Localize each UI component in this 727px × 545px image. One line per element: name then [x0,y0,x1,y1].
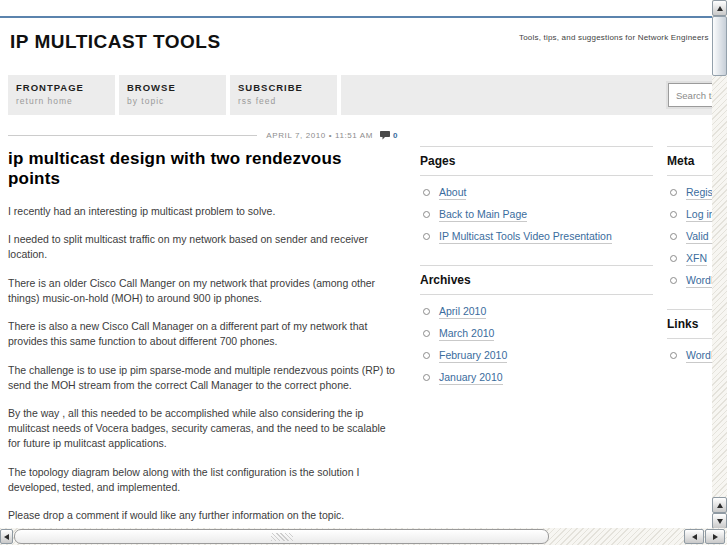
meta-list: Register Log in Valid XHTML XFN WordPres… [667,182,712,292]
archives-list: April 2010 March 2010 February 2010 Janu… [420,301,653,389]
meta-link-valid-xhtml[interactable]: Valid XHTML [686,230,712,244]
vertical-scrollbar-thumb[interactable] [712,16,727,76]
post-article: APRIL 7, 2010 • 11:51 AM 0 ip multicast … [8,130,398,528]
widget-meta: Meta Register Log in Valid XHTML XFN Wor… [667,146,712,292]
nav-sublabel: return home [16,96,115,106]
widget-heading-links: Links [667,309,712,339]
archive-link-february-2010[interactable]: February 2010 [439,349,507,363]
widget-heading-archives: Archives [420,265,653,295]
triangle-up-icon [717,503,723,508]
list-item: WordPress [667,270,712,292]
scroll-down-button[interactable] [712,513,727,529]
bullet-icon [423,374,430,381]
nav-sublabel: by topic [127,96,226,106]
archive-link-january-2010[interactable]: January 2010 [439,371,503,385]
header-accent-rule [0,16,712,18]
browser-viewport: IP MULTICAST TOOLS Tools, tips, and sugg… [0,0,712,528]
triangle-left-icon [4,534,9,540]
post-paragraph: There is an older Cisco Call Manger on m… [8,276,398,306]
list-item: April 2010 [420,301,653,323]
site-title[interactable]: IP MULTICAST TOOLS [10,31,221,53]
nav-item-browse[interactable]: BROWSE by topic [119,75,226,115]
bullet-icon [670,211,677,218]
horizontal-scrollbar[interactable] [0,528,727,545]
list-item: About [420,182,653,204]
bullet-icon [423,211,430,218]
list-item: Valid XHTML [667,226,712,248]
nav-sublabel: rss feed [238,96,337,106]
nav-filler [341,75,712,115]
nav-label: FRONTPAGE [16,82,115,93]
bullet-icon [670,352,677,359]
list-item: IP Multicast Tools Video Presentation [420,226,653,248]
main-nav: FRONTPAGE return home BROWSE by topic SU… [8,75,712,115]
widget-archives: Archives April 2010 March 2010 February … [420,265,653,389]
meta-link-xfn[interactable]: XFN [686,252,707,266]
triangle-down-icon [717,519,723,524]
comment-bubble-icon[interactable] [380,131,390,140]
page-link-video-presentation[interactable]: IP Multicast Tools Video Presentation [439,230,612,244]
widget-links: Links WordPress [667,309,712,367]
page-link-back-to-main[interactable]: Back to Main Page [439,208,527,222]
archive-link-april-2010[interactable]: April 2010 [439,305,486,319]
triangle-right-icon [713,534,718,540]
nav-label: SUBSCRIBE [238,82,337,93]
triangle-left-icon [692,534,697,540]
post-date: APRIL 7, 2010 • 11:51 AM [266,131,373,140]
comment-count[interactable]: 0 [393,131,398,140]
scroll-left-button-right[interactable] [684,529,704,544]
scroll-up-button[interactable] [712,0,727,16]
bullet-icon [423,308,430,315]
post-paragraph: By the way , all this needed to be accom… [8,406,398,452]
bullet-icon [670,189,677,196]
nav-item-subscribe[interactable]: SUBSCRIBE rss feed [230,75,337,115]
thumb-grip-icon [271,533,293,541]
scroll-right-button[interactable] [705,529,725,544]
links-link-wordpress[interactable]: WordPress [686,349,712,363]
bullet-icon [423,189,430,196]
post-paragraph: I recently had an interesting ip multica… [8,204,398,219]
bullet-icon [423,352,430,359]
meta-divider [8,135,257,136]
post-title[interactable]: ip multicast design with two rendezvous … [8,149,398,189]
post-paragraph: The topology diagram below along with th… [8,465,398,495]
post-paragraph: Please drop a comment if would like any … [8,508,398,523]
sidebar-secondary: Meta Register Log in Valid XHTML XFN Wor… [667,146,712,367]
scroll-up-button-bottom[interactable] [712,497,727,513]
vertical-scrollbar[interactable] [712,0,727,545]
list-item: XFN [667,248,712,270]
list-item: WordPress [667,345,712,367]
nav-item-frontpage[interactable]: FRONTPAGE return home [8,75,115,115]
post-paragraph: The challenge is to use ip pim sparse-mo… [8,363,398,393]
scroll-left-button[interactable] [0,529,13,544]
list-item: Back to Main Page [420,204,653,226]
widget-heading-meta: Meta [667,146,712,176]
sidebar-primary: Pages About Back to Main Page IP Multica… [420,146,653,389]
page: IP MULTICAST TOOLS Tools, tips, and sugg… [0,0,712,528]
archive-link-march-2010[interactable]: March 2010 [439,327,494,341]
meta-link-log-in[interactable]: Log in [686,208,712,222]
widget-pages: Pages About Back to Main Page IP Multica… [420,146,653,248]
list-item: Register [667,182,712,204]
widget-heading-pages: Pages [420,146,653,176]
list-item: Log in [667,204,712,226]
bullet-icon [423,330,430,337]
page-link-about[interactable]: About [439,186,466,200]
search-input[interactable] [668,83,712,107]
bullet-icon [670,233,677,240]
list-item: March 2010 [420,323,653,345]
meta-link-wordpress[interactable]: WordPress [686,274,712,288]
list-item: February 2010 [420,345,653,367]
triangle-up-icon [717,6,723,11]
list-item: January 2010 [420,367,653,389]
post-paragraph: I needed to split multicast traffic on m… [8,232,398,262]
links-list: WordPress [667,345,712,367]
site-tagline: Tools, tips, and suggestions for Network… [519,33,709,42]
bullet-icon [423,233,430,240]
meta-link-register[interactable]: Register [686,186,712,200]
bullet-icon [670,277,677,284]
horizontal-scrollbar-thumb[interactable] [14,529,549,544]
post-meta: APRIL 7, 2010 • 11:51 AM 0 [8,130,398,140]
pages-list: About Back to Main Page IP Multicast Too… [420,182,653,248]
nav-label: BROWSE [127,82,226,93]
